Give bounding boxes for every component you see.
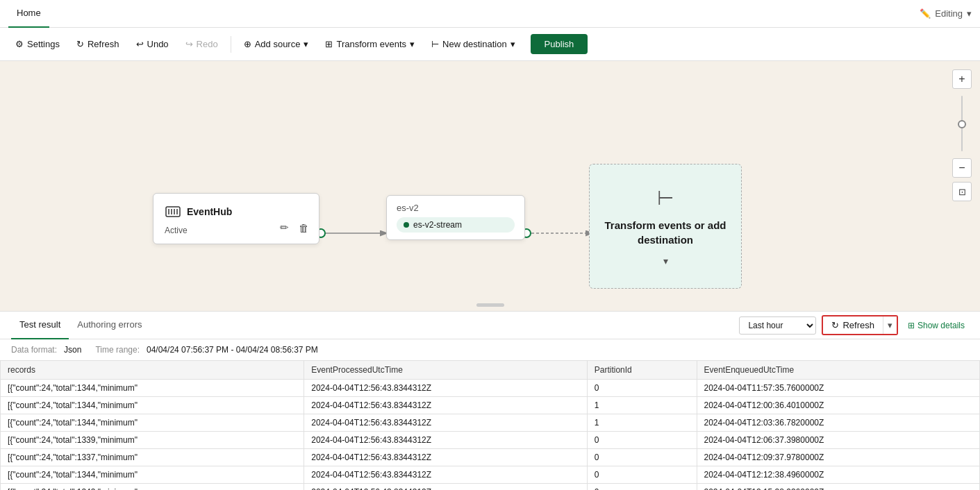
destination-icon: ⊢ [657,187,674,210]
zoom-in-button[interactable]: + [952,69,972,89]
table-cell: 2024-04-04T12:09:37.9780000Z [697,449,980,466]
undo-button[interactable]: ↩ Undo [129,35,176,53]
eventhub-edit-button[interactable]: ✏ [277,220,292,235]
es-node[interactable]: es-v2 es-v2-stream [386,195,525,240]
table-cell: 2024-04-04T12:56:43.8344312Z [304,397,587,414]
transform-events-button[interactable]: ⊞ Transform events ▾ [318,35,422,53]
table-cell: [{"count":24,"total":1339,"minimum" [1,432,304,449]
tab-authoring-errors[interactable]: Authoring errors [69,312,150,339]
transform-icon: ⊞ [325,39,333,49]
editing-label: Editing [935,8,963,19]
chevron-down-icon[interactable]: ▾ [967,8,972,19]
es-title: es-v2 [397,203,515,213]
table-cell: 2024-04-04T12:56:43.8344312Z [304,432,587,449]
col-partition-id: PartitionId [587,361,697,380]
table-cell: 0 [587,449,697,466]
eventhub-name: EventHub [187,206,232,217]
settings-button[interactable]: ⚙ Settings [8,35,67,53]
eventhub-icon [165,203,181,220]
table-cell: 2024-04-04T12:56:43.8344312Z [304,414,587,432]
publish-button[interactable]: Publish [531,34,588,54]
show-details-button[interactable]: ⊞ Show details [904,319,969,332]
table-cell: [{"count":24,"total":1344,"minimum" [1,466,304,484]
new-destination-chevron-icon: ▾ [510,39,515,49]
table-cell: 0 [587,380,697,397]
data-format-label: Data format: Json [11,345,81,355]
redo-icon: ↪ [185,39,193,49]
show-details-icon: ⊞ [908,321,915,330]
table-row: [{"count":24,"total":1339,"minimum"2024-… [1,432,980,449]
time-range-info: Time range: 04/04/24 07:56:37 PM - 04/04… [95,345,317,355]
add-source-button[interactable]: ⊕ Add source ▾ [237,35,316,53]
table-row: [{"count":24,"total":1343,"minimum"2024-… [1,484,980,491]
table-cell: 2024-04-04T12:56:43.8344312Z [304,380,587,397]
refresh-button[interactable]: ↻ Refresh [69,35,126,53]
new-destination-label: New destination [442,39,507,49]
table-cell: 2024-04-04T12:00:36.4010000Z [697,397,980,414]
table-cell: [{"count":24,"total":1344,"minimum" [1,397,304,414]
toolbar: ⚙ Settings ↻ Refresh ↩ Undo ↪ Redo ⊕ Add… [0,28,980,61]
redo-label: Redo [197,39,218,49]
show-details-label: Show details [917,321,965,330]
eventhub-actions: ✏ 🗑 [277,220,312,235]
table-cell: 0 [587,466,697,484]
scroll-indicator [476,303,504,307]
stream-dot [404,222,409,228]
new-destination-icon: ⊢ [431,39,439,49]
top-bar-right: ✏️ Editing ▾ [920,8,972,19]
table-cell: 2024-04-04T12:56:43.8344312Z [304,466,587,484]
table-row: [{"count":24,"total":1344,"minimum"2024-… [1,397,980,414]
bottom-refresh-button[interactable]: ↻ Refresh [823,316,883,334]
table-cell: 2024-04-04T12:12:38.4960000Z [697,466,980,484]
eventhub-delete-button[interactable]: 🗑 [296,220,312,235]
destination-text: Transform events or add destination [590,218,741,247]
data-table-container[interactable]: records EventProcessedUtcTime PartitionI… [0,360,980,490]
table-cell: 2024-04-04T12:56:43.8344312Z [304,484,587,491]
table-cell: [{"count":24,"total":1343,"minimum" [1,484,304,491]
table-cell: 1 [587,414,697,432]
table-cell: [{"count":24,"total":1337,"minimum" [1,449,304,466]
tab-row-right: Last hour Last 30 min Last 24 hours ↻ Re… [739,315,969,335]
table-cell: 2024-04-04T12:56:43.8344312Z [304,449,587,466]
tabs-row: Test result Authoring errors Last hour L… [0,312,980,339]
col-event-processed: EventProcessedUtcTime [304,361,587,380]
zoom-controls: + − ⊡ [952,69,972,201]
destination-chevron-icon: ▾ [663,255,668,267]
eventhub-title: EventHub [165,203,308,220]
time-range-select[interactable]: Last hour Last 30 min Last 24 hours [739,316,816,335]
transform-events-label: Transform events [336,39,406,49]
table-cell: [{"count":24,"total":1344,"minimum" [1,380,304,397]
refresh-icon: ↻ [76,39,84,49]
toolbar-separator [231,36,231,53]
canvas: EventHub Active ✏ 🗑 es-v2 es-v2-stream ⊢… [0,61,980,311]
zoom-out-button[interactable]: − [952,158,972,178]
tab-test-result[interactable]: Test result [11,312,69,339]
transform-chevron-icon: ▾ [410,39,415,49]
table-cell: 0 [587,484,697,491]
top-bar: Home ✏️ Editing ▾ [0,0,980,28]
settings-label: Settings [27,39,60,49]
table-cell: [{"count":24,"total":1344,"minimum" [1,414,304,432]
add-source-chevron-icon: ▾ [304,39,308,49]
eventhub-node[interactable]: EventHub Active ✏ 🗑 [153,193,319,244]
data-info-row: Data format: Json Time range: 04/04/24 0… [0,339,980,360]
table-cell: 2024-04-04T12:06:37.3980000Z [697,432,980,449]
settings-icon: ⚙ [15,39,24,49]
new-destination-button[interactable]: ⊢ New destination ▾ [424,35,522,53]
zoom-slider[interactable] [952,90,972,157]
table-cell: 2024-04-04T12:15:38.9360000Z [697,484,980,491]
refresh-dropdown-button[interactable]: ▾ [883,316,897,334]
destination-placeholder[interactable]: ⊢ Transform events or add destination ▾ [589,164,742,289]
table-row: [{"count":24,"total":1337,"minimum"2024-… [1,449,980,466]
col-records: records [1,361,304,380]
bottom-refresh-icon: ↻ [831,320,839,330]
undo-icon: ↩ [136,39,144,49]
table-cell: 1 [587,397,697,414]
svg-rect-4 [166,207,180,217]
tab-home[interactable]: Home [8,0,49,28]
refresh-btn-group: ↻ Refresh ▾ [822,315,898,335]
redo-button[interactable]: ↪ Redo [178,35,225,53]
zoom-thumb [958,120,966,128]
fit-button[interactable]: ⊡ [952,182,972,201]
table-row: [{"count":24,"total":1344,"minimum"2024-… [1,414,980,432]
